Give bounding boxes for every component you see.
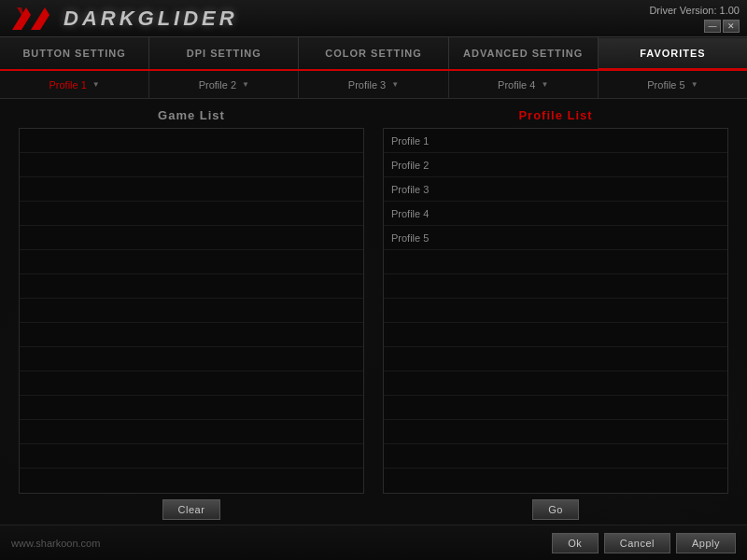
bottom-actions: Ok Cancel Apply bbox=[552, 533, 736, 553]
list-item[interactable] bbox=[20, 396, 363, 420]
brand-logo bbox=[7, 4, 54, 34]
list-item[interactable] bbox=[384, 420, 727, 444]
profile-1-label: Profile 1 bbox=[49, 79, 86, 91]
title-bar-left: DARKGLIDER bbox=[7, 4, 238, 34]
list-item[interactable]: Profile 1 bbox=[384, 129, 727, 153]
ok-button[interactable]: Ok bbox=[552, 533, 599, 553]
clear-button[interactable]: Clear bbox=[162, 499, 221, 520]
list-item[interactable] bbox=[20, 420, 363, 444]
profile-bar: Profile 1 ▼ Profile 2 ▼ Profile 3 ▼ Prof… bbox=[0, 71, 747, 99]
tab-button-setting[interactable]: BUTTON SETTING bbox=[0, 37, 149, 69]
profile-list-actions: Go bbox=[532, 499, 579, 520]
list-item[interactable] bbox=[20, 323, 363, 347]
list-item[interactable]: Profile 2 bbox=[384, 153, 727, 177]
profile-4-label: Profile 4 bbox=[498, 79, 535, 91]
profile-3-arrow: ▼ bbox=[391, 80, 399, 89]
apply-button[interactable]: Apply bbox=[676, 533, 736, 553]
list-item[interactable] bbox=[20, 226, 363, 250]
game-list-title: Game List bbox=[158, 108, 225, 122]
profile-list-container: Profile 1 Profile 2 Profile 3 Profile 4 … bbox=[383, 128, 728, 494]
tab-favorites[interactable]: FAVORITES bbox=[599, 38, 747, 70]
profile-4-arrow: ▼ bbox=[541, 80, 548, 89]
list-item[interactable]: Profile 4 bbox=[384, 202, 727, 226]
title-bar-right: Driver Version: 1.00 — ✕ bbox=[649, 5, 740, 33]
title-bar: DARKGLIDER Driver Version: 1.00 — ✕ bbox=[0, 0, 747, 37]
profile-dropdown-4[interactable]: Profile 4 ▼ bbox=[449, 71, 599, 98]
profile-dropdown-1[interactable]: Profile 1 ▼ bbox=[0, 71, 149, 98]
list-item[interactable] bbox=[384, 469, 727, 493]
window-controls: — ✕ bbox=[704, 20, 740, 33]
tab-advanced-setting[interactable]: ADVANCED SETTING bbox=[449, 37, 599, 69]
list-item[interactable] bbox=[384, 396, 727, 420]
profile-5-label: Profile 5 bbox=[647, 79, 684, 91]
list-item[interactable] bbox=[20, 274, 363, 299]
list-item[interactable] bbox=[20, 469, 363, 493]
profile-5-arrow: ▼ bbox=[691, 80, 698, 89]
list-item[interactable] bbox=[20, 129, 363, 153]
profile-dropdown-5[interactable]: Profile 5 ▼ bbox=[599, 71, 747, 98]
main-content: Game List bbox=[0, 99, 747, 525]
game-list-actions: Clear bbox=[162, 499, 221, 520]
list-item[interactable] bbox=[20, 371, 363, 396]
list-item[interactable] bbox=[384, 299, 727, 323]
nav-tabs: BUTTON SETTING DPI SETTING COLOR SETTING… bbox=[0, 37, 747, 71]
list-item[interactable] bbox=[20, 202, 363, 226]
brand-name: DARKGLIDER bbox=[63, 7, 238, 31]
profile-3-label: Profile 3 bbox=[348, 79, 386, 91]
list-item[interactable] bbox=[20, 153, 363, 177]
profile-2-arrow: ▼ bbox=[242, 80, 249, 89]
list-item[interactable] bbox=[20, 347, 363, 371]
game-list-panel: Game List bbox=[19, 108, 364, 520]
list-item[interactable]: Profile 3 bbox=[384, 177, 727, 202]
profile-dropdown-3[interactable]: Profile 3 ▼ bbox=[299, 71, 448, 98]
game-list-container bbox=[19, 128, 364, 494]
cancel-button[interactable]: Cancel bbox=[604, 533, 670, 553]
go-button[interactable]: Go bbox=[532, 499, 579, 520]
list-item[interactable] bbox=[384, 444, 727, 469]
list-item[interactable] bbox=[384, 274, 727, 299]
profile-2-label: Profile 2 bbox=[199, 79, 236, 91]
profile-dropdown-2[interactable]: Profile 2 ▼ bbox=[149, 71, 299, 98]
profile-1-arrow: ▼ bbox=[92, 80, 100, 89]
list-item[interactable] bbox=[384, 347, 727, 371]
tab-dpi-setting[interactable]: DPI SETTING bbox=[149, 37, 299, 69]
list-item[interactable]: Profile 5 bbox=[384, 226, 727, 250]
profile-list-panel: Profile List Profile 1 Profile 2 Profile… bbox=[383, 108, 728, 520]
list-item[interactable] bbox=[384, 250, 727, 274]
list-item[interactable] bbox=[384, 371, 727, 396]
tab-color-setting[interactable]: COLOR SETTING bbox=[299, 37, 448, 69]
bottom-bar: www.sharkoon.com Ok Cancel Apply bbox=[0, 525, 747, 560]
main-window: DARKGLIDER Driver Version: 1.00 — ✕ BUTT… bbox=[0, 0, 747, 560]
list-item[interactable] bbox=[20, 299, 363, 323]
driver-version: Driver Version: 1.00 bbox=[649, 5, 740, 16]
list-item[interactable] bbox=[20, 250, 363, 274]
profile-list-title: Profile List bbox=[518, 108, 592, 122]
svg-marker-1 bbox=[31, 7, 49, 30]
minimize-button[interactable]: — bbox=[704, 20, 721, 33]
list-item[interactable] bbox=[384, 323, 727, 347]
list-item[interactable] bbox=[20, 444, 363, 469]
close-button[interactable]: ✕ bbox=[723, 20, 740, 33]
website-label: www.sharkoon.com bbox=[11, 538, 100, 549]
favorites-area: Game List bbox=[0, 99, 747, 525]
list-item[interactable] bbox=[20, 177, 363, 202]
